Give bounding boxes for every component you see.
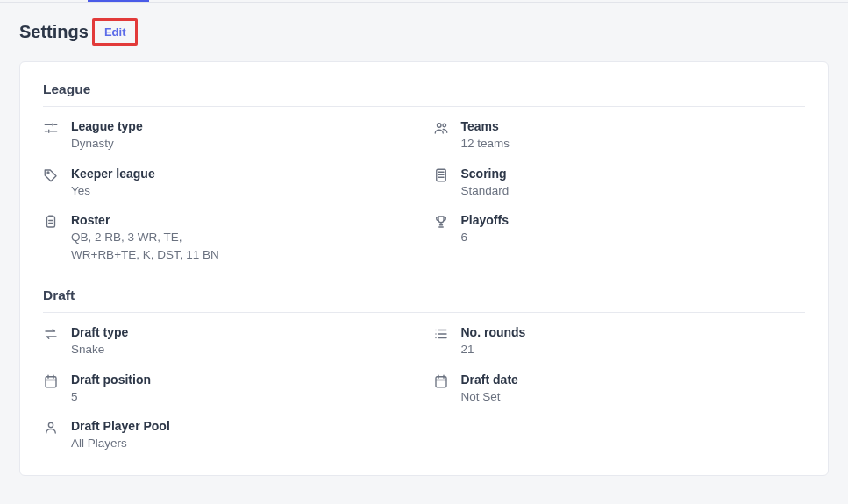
item-value: QB, 2 RB, 3 WR, TE, WR+RB+TE, K, DST, 11… [71, 229, 219, 263]
settings-page: Settings Edit League League type Dynasty [0, 3, 848, 476]
user-icon [43, 420, 59, 436]
item-value: All Players [71, 435, 170, 452]
item-label: Teams [461, 119, 510, 133]
svg-point-1 [442, 124, 445, 127]
svg-rect-5 [46, 377, 56, 387]
item-value: Dynasty [71, 135, 143, 153]
item-value: 12 teams [461, 135, 510, 153]
svg-point-0 [437, 124, 441, 128]
item-label: Draft position [71, 373, 151, 387]
item-label: Scoring [461, 167, 510, 181]
item-league-type: League type Dynasty [43, 119, 416, 153]
edit-button-callout: Edit [92, 18, 139, 46]
item-roster: Roster QB, 2 RB, 3 WR, TE, WR+RB+TE, K, … [43, 213, 416, 263]
clipboard-icon [43, 214, 59, 230]
list-icon [433, 326, 449, 342]
item-value: 6 [461, 229, 509, 246]
section-rule [43, 106, 805, 107]
page-title: Settings [19, 22, 89, 42]
item-keeper: Keeper league Yes [43, 167, 416, 200]
settings-card: League League type Dynasty Teams [19, 61, 829, 476]
svg-rect-6 [436, 377, 446, 387]
users-icon [433, 120, 449, 136]
trophy-icon [433, 214, 449, 230]
item-draft-position: Draft position 5 [43, 373, 416, 406]
calendar-icon [433, 373, 449, 389]
league-heading: League [43, 82, 805, 97]
draft-grid: Draft type Snake No. rounds 21 [43, 325, 805, 452]
item-value: Not Set [461, 388, 518, 406]
item-value: Yes [71, 182, 155, 200]
svg-point-2 [47, 172, 49, 174]
item-label: Draft date [461, 373, 518, 387]
calculator-icon [433, 167, 449, 183]
item-label: No. rounds [461, 325, 526, 339]
league-grid: League type Dynasty Teams 12 teams [43, 119, 805, 263]
calendar-icon [43, 373, 59, 389]
item-value: 5 [71, 388, 151, 406]
item-label: Keeper league [71, 167, 155, 181]
item-player-pool: Draft Player Pool All Players [43, 419, 416, 452]
item-draft-date: Draft date Not Set [433, 373, 806, 406]
svg-point-7 [48, 423, 53, 428]
edit-button[interactable]: Edit [96, 22, 135, 42]
item-label: Draft type [71, 325, 128, 339]
swap-icon [43, 326, 59, 342]
tag-icon [43, 167, 59, 183]
page-header: Settings Edit [19, 18, 829, 46]
section-rule [43, 312, 805, 313]
item-label: League type [71, 119, 143, 133]
item-teams: Teams 12 teams [433, 119, 806, 153]
item-label: Playoffs [461, 213, 509, 227]
item-value: 21 [461, 341, 526, 358]
svg-rect-4 [47, 217, 55, 227]
sliders-icon [43, 120, 59, 136]
item-draft-type: Draft type Snake [43, 325, 416, 358]
item-label: Roster [71, 213, 219, 227]
item-value: Snake [71, 341, 128, 358]
item-scoring: Scoring Standard [433, 167, 806, 200]
item-value: Standard [461, 182, 510, 200]
svg-rect-3 [436, 169, 445, 181]
item-label: Draft Player Pool [71, 419, 170, 433]
item-playoffs: Playoffs 6 [433, 213, 806, 263]
item-no-rounds: No. rounds 21 [433, 325, 806, 358]
draft-heading: Draft [43, 287, 805, 303]
